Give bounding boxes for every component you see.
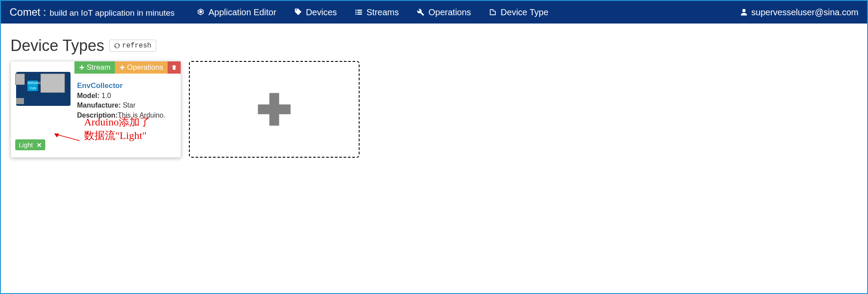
nav-device-type[interactable]: Device Type (488, 7, 548, 17)
brand-name: Comet : (10, 6, 46, 18)
user-menu[interactable]: supervesseluser@sina.com (740, 7, 858, 17)
user-email: supervesseluser@sina.com (751, 7, 858, 17)
nav-operations[interactable]: Operations (416, 7, 471, 17)
device-model: Model: 1.0 (77, 91, 165, 101)
nav-label: Streams (367, 7, 399, 17)
nav-label: Application Editor (209, 7, 276, 17)
cards-row: Stream Operations ARDUINO YUN (10, 61, 858, 158)
refresh-label: refresh (122, 42, 151, 50)
content-area: Device Types refresh Stream Operations (1, 24, 867, 171)
annotation-text: Arduino添加了 数据流"Light" (84, 115, 150, 142)
user-icon (740, 8, 748, 16)
tag-icon (294, 8, 303, 17)
plus-icon (255, 90, 294, 129)
nav-items: Application Editor Devices Streams Opera… (196, 7, 548, 17)
plus-icon (119, 64, 125, 71)
device-icon (488, 8, 497, 17)
refresh-button[interactable]: refresh (109, 40, 156, 52)
nav-label: Devices (306, 7, 337, 17)
hexagon-icon (196, 8, 205, 17)
page-header: Device Types refresh (10, 37, 858, 55)
nav-streams[interactable]: Streams (354, 7, 399, 17)
page-title: Device Types (10, 37, 104, 55)
annotation-arrow (54, 133, 81, 142)
device-name[interactable]: EnvCollector (77, 81, 165, 91)
add-device-type-card[interactable] (189, 61, 360, 158)
device-info: EnvCollector Model: 1.0 Manufacture: Sta… (77, 81, 165, 120)
card-actions: Stream Operations (74, 61, 181, 74)
device-manufacture: Manufacture: Star (77, 101, 165, 110)
plus-icon (79, 64, 85, 71)
top-navbar: Comet : build an IoT application in minu… (1, 1, 867, 24)
btn-label: Stream (87, 63, 111, 72)
nav-application-editor[interactable]: Application Editor (196, 7, 276, 17)
btn-label: Operations (127, 63, 163, 72)
nav-label: Operations (428, 7, 471, 17)
brand[interactable]: Comet : build an IoT application in minu… (10, 6, 175, 18)
device-image: ARDUINO YUN (15, 68, 72, 110)
card-body: ARDUINO YUN EnvCollector Model: 1.0 Manu… (15, 68, 176, 120)
add-operations-button[interactable]: Operations (115, 61, 168, 74)
stream-tag-light[interactable]: Light (15, 139, 45, 150)
nav-devices[interactable]: Devices (294, 7, 337, 17)
trash-icon (171, 64, 177, 71)
refresh-icon (114, 43, 120, 49)
device-type-card: Stream Operations ARDUINO YUN (10, 61, 181, 158)
nav-label: Device Type (501, 7, 548, 17)
add-stream-button[interactable]: Stream (74, 61, 115, 74)
brand-tagline: build an IoT application in minutes (50, 8, 175, 18)
tag-label: Light (19, 141, 33, 149)
svg-marker-1 (54, 134, 59, 137)
list-icon (354, 8, 363, 17)
delete-button[interactable] (168, 61, 181, 74)
close-icon[interactable] (37, 142, 42, 148)
wrench-icon (416, 8, 425, 17)
svg-line-0 (57, 135, 80, 141)
